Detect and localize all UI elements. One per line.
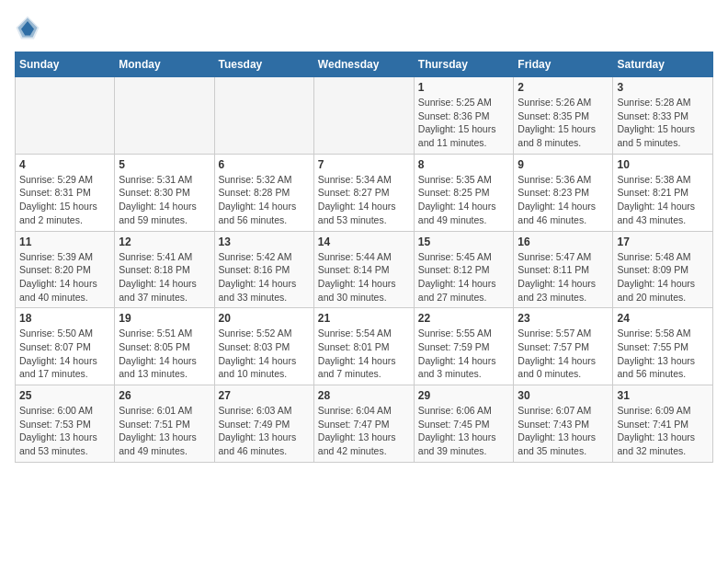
logo (15, 15, 44, 40)
calendar-cell: 5Sunrise: 5:31 AM Sunset: 8:30 PM Daylig… (115, 154, 214, 231)
calendar-cell: 3Sunrise: 5:28 AM Sunset: 8:33 PM Daylig… (613, 77, 713, 155)
calendar-day-header: Tuesday (214, 52, 313, 77)
calendar-cell: 19Sunrise: 5:51 AM Sunset: 8:05 PM Dayli… (115, 308, 214, 385)
calendar-cell: 30Sunrise: 6:07 AM Sunset: 7:43 PM Dayli… (514, 385, 613, 463)
day-number: 22 (418, 312, 510, 325)
calendar-cell: 17Sunrise: 5:48 AM Sunset: 8:09 PM Dayli… (613, 231, 713, 308)
day-number: 21 (318, 312, 410, 325)
logo-icon (15, 15, 40, 40)
calendar-week-row: 18Sunrise: 5:50 AM Sunset: 8:07 PM Dayli… (16, 308, 713, 385)
day-number: 13 (219, 236, 310, 248)
day-info: Sunrise: 5:32 AM Sunset: 8:28 PM Dayligh… (219, 173, 310, 227)
day-number: 25 (19, 389, 110, 402)
day-number: 2 (518, 81, 609, 94)
day-number: 30 (518, 389, 609, 402)
day-number: 27 (219, 389, 310, 402)
day-number: 15 (418, 236, 510, 248)
calendar-day-header: Sunday (16, 52, 115, 77)
calendar-cell: 31Sunrise: 6:09 AM Sunset: 7:41 PM Dayli… (613, 385, 713, 463)
day-info: Sunrise: 5:58 AM Sunset: 7:55 PM Dayligh… (617, 327, 709, 381)
day-info: Sunrise: 6:03 AM Sunset: 7:49 PM Dayligh… (219, 404, 310, 458)
day-number: 14 (318, 236, 410, 248)
day-info: Sunrise: 6:04 AM Sunset: 7:47 PM Dayligh… (318, 404, 410, 458)
calendar-cell: 11Sunrise: 5:39 AM Sunset: 8:20 PM Dayli… (16, 231, 115, 308)
day-info: Sunrise: 5:52 AM Sunset: 8:03 PM Dayligh… (219, 327, 310, 381)
calendar-cell: 12Sunrise: 5:41 AM Sunset: 8:18 PM Dayli… (115, 231, 214, 308)
day-number: 8 (418, 158, 510, 171)
calendar-table: SundayMondayTuesdayWednesdayThursdayFrid… (15, 52, 713, 463)
calendar-cell: 15Sunrise: 5:45 AM Sunset: 8:12 PM Dayli… (414, 231, 514, 308)
day-info: Sunrise: 6:01 AM Sunset: 7:51 PM Dayligh… (119, 404, 210, 458)
calendar-cell (214, 77, 313, 155)
day-info: Sunrise: 5:36 AM Sunset: 8:23 PM Dayligh… (518, 173, 609, 227)
calendar-cell: 9Sunrise: 5:36 AM Sunset: 8:23 PM Daylig… (514, 154, 613, 231)
day-number: 11 (19, 236, 110, 248)
day-info: Sunrise: 6:06 AM Sunset: 7:45 PM Dayligh… (418, 404, 510, 458)
calendar-cell: 26Sunrise: 6:01 AM Sunset: 7:51 PM Dayli… (115, 385, 214, 463)
day-number: 3 (617, 81, 709, 94)
calendar-cell: 22Sunrise: 5:55 AM Sunset: 7:59 PM Dayli… (414, 308, 514, 385)
calendar-cell: 24Sunrise: 5:58 AM Sunset: 7:55 PM Dayli… (613, 308, 713, 385)
day-info: Sunrise: 6:00 AM Sunset: 7:53 PM Dayligh… (19, 404, 110, 458)
calendar-day-header: Monday (115, 52, 214, 77)
day-info: Sunrise: 5:50 AM Sunset: 8:07 PM Dayligh… (19, 327, 110, 381)
day-info: Sunrise: 5:51 AM Sunset: 8:05 PM Dayligh… (119, 327, 210, 381)
day-number: 9 (518, 158, 609, 171)
day-info: Sunrise: 5:38 AM Sunset: 8:21 PM Dayligh… (617, 173, 709, 227)
calendar-cell: 23Sunrise: 5:57 AM Sunset: 7:57 PM Dayli… (514, 308, 613, 385)
calendar-cell: 18Sunrise: 5:50 AM Sunset: 8:07 PM Dayli… (16, 308, 115, 385)
day-number: 28 (318, 389, 410, 402)
day-number: 1 (418, 81, 510, 94)
day-info: Sunrise: 5:55 AM Sunset: 7:59 PM Dayligh… (418, 327, 510, 381)
calendar-week-row: 1Sunrise: 5:25 AM Sunset: 8:36 PM Daylig… (16, 77, 713, 155)
calendar-day-header: Saturday (613, 52, 713, 77)
calendar-day-header: Friday (514, 52, 613, 77)
day-number: 16 (518, 236, 609, 248)
day-info: Sunrise: 5:41 AM Sunset: 8:18 PM Dayligh… (119, 250, 210, 304)
header (15, 15, 713, 40)
calendar-cell: 6Sunrise: 5:32 AM Sunset: 8:28 PM Daylig… (214, 154, 313, 231)
day-info: Sunrise: 5:39 AM Sunset: 8:20 PM Dayligh… (19, 250, 110, 304)
calendar-cell: 2Sunrise: 5:26 AM Sunset: 8:35 PM Daylig… (514, 77, 613, 155)
calendar-cell: 25Sunrise: 6:00 AM Sunset: 7:53 PM Dayli… (16, 385, 115, 463)
calendar-cell: 21Sunrise: 5:54 AM Sunset: 8:01 PM Dayli… (313, 308, 414, 385)
day-number: 24 (617, 312, 709, 325)
day-number: 18 (19, 312, 110, 325)
calendar-day-header: Wednesday (313, 52, 414, 77)
day-info: Sunrise: 5:35 AM Sunset: 8:25 PM Dayligh… (418, 173, 510, 227)
calendar-header-row: SundayMondayTuesdayWednesdayThursdayFrid… (16, 52, 713, 77)
calendar-cell: 16Sunrise: 5:47 AM Sunset: 8:11 PM Dayli… (514, 231, 613, 308)
calendar-cell: 8Sunrise: 5:35 AM Sunset: 8:25 PM Daylig… (414, 154, 514, 231)
calendar-cell: 27Sunrise: 6:03 AM Sunset: 7:49 PM Dayli… (214, 385, 313, 463)
day-info: Sunrise: 5:44 AM Sunset: 8:14 PM Dayligh… (318, 250, 410, 304)
calendar-week-row: 4Sunrise: 5:29 AM Sunset: 8:31 PM Daylig… (16, 154, 713, 231)
day-info: Sunrise: 6:07 AM Sunset: 7:43 PM Dayligh… (518, 404, 609, 458)
day-info: Sunrise: 5:28 AM Sunset: 8:33 PM Dayligh… (617, 96, 709, 150)
day-number: 17 (617, 236, 709, 248)
calendar-cell (313, 77, 414, 155)
calendar-cell (115, 77, 214, 155)
day-info: Sunrise: 6:09 AM Sunset: 7:41 PM Dayligh… (617, 404, 709, 458)
calendar-cell: 20Sunrise: 5:52 AM Sunset: 8:03 PM Dayli… (214, 308, 313, 385)
calendar-cell: 7Sunrise: 5:34 AM Sunset: 8:27 PM Daylig… (313, 154, 414, 231)
day-number: 19 (119, 312, 210, 325)
day-info: Sunrise: 5:48 AM Sunset: 8:09 PM Dayligh… (617, 250, 709, 304)
calendar-week-row: 25Sunrise: 6:00 AM Sunset: 7:53 PM Dayli… (16, 385, 713, 463)
day-info: Sunrise: 5:31 AM Sunset: 8:30 PM Dayligh… (119, 173, 210, 227)
calendar-cell: 29Sunrise: 6:06 AM Sunset: 7:45 PM Dayli… (414, 385, 514, 463)
calendar-cell: 28Sunrise: 6:04 AM Sunset: 7:47 PM Dayli… (313, 385, 414, 463)
day-number: 5 (119, 158, 210, 171)
calendar-cell (16, 77, 115, 155)
day-info: Sunrise: 5:57 AM Sunset: 7:57 PM Dayligh… (518, 327, 609, 381)
day-info: Sunrise: 5:45 AM Sunset: 8:12 PM Dayligh… (418, 250, 510, 304)
day-number: 7 (318, 158, 410, 171)
calendar-cell: 13Sunrise: 5:42 AM Sunset: 8:16 PM Dayli… (214, 231, 313, 308)
day-info: Sunrise: 5:54 AM Sunset: 8:01 PM Dayligh… (318, 327, 410, 381)
day-info: Sunrise: 5:26 AM Sunset: 8:35 PM Dayligh… (518, 96, 609, 150)
calendar-cell: 1Sunrise: 5:25 AM Sunset: 8:36 PM Daylig… (414, 77, 514, 155)
calendar-day-header: Thursday (414, 52, 514, 77)
day-number: 20 (219, 312, 310, 325)
calendar-cell: 10Sunrise: 5:38 AM Sunset: 8:21 PM Dayli… (613, 154, 713, 231)
day-number: 4 (19, 158, 110, 171)
day-info: Sunrise: 5:25 AM Sunset: 8:36 PM Dayligh… (418, 96, 510, 150)
